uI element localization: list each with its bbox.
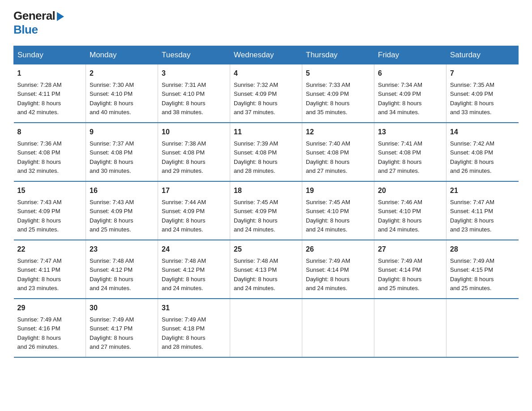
- day-info: Sunrise: 7:28 AMSunset: 4:11 PMDaylight:…: [17, 81, 62, 116]
- day-cell: 21Sunrise: 7:47 AMSunset: 4:11 PMDayligh…: [446, 181, 519, 240]
- col-header-thursday: Thursday: [302, 46, 374, 64]
- day-cell: 20Sunrise: 7:46 AMSunset: 4:10 PMDayligh…: [374, 181, 446, 240]
- day-info: Sunrise: 7:48 AMSunset: 4:13 PMDaylight:…: [234, 257, 278, 291]
- day-cell: 13Sunrise: 7:41 AMSunset: 4:08 PMDayligh…: [374, 123, 446, 181]
- day-info: Sunrise: 7:41 AMSunset: 4:08 PMDaylight:…: [378, 140, 422, 174]
- day-cell: 6Sunrise: 7:34 AMSunset: 4:09 PMDaylight…: [374, 64, 446, 123]
- day-info: Sunrise: 7:48 AMSunset: 4:12 PMDaylight:…: [90, 257, 134, 291]
- day-number: 29: [17, 303, 82, 313]
- day-cell: [230, 299, 302, 357]
- week-row-4: 22Sunrise: 7:47 AMSunset: 4:11 PMDayligh…: [14, 240, 519, 299]
- week-row-1: 1Sunrise: 7:28 AMSunset: 4:11 PMDaylight…: [14, 64, 519, 123]
- day-info: Sunrise: 7:42 AMSunset: 4:08 PMDaylight:…: [450, 140, 494, 174]
- day-cell: 19Sunrise: 7:45 AMSunset: 4:10 PMDayligh…: [302, 181, 374, 240]
- day-number: 3: [162, 68, 226, 79]
- day-info: Sunrise: 7:49 AMSunset: 4:14 PMDaylight:…: [306, 257, 350, 291]
- day-number: 14: [450, 127, 515, 137]
- day-info: Sunrise: 7:49 AMSunset: 4:16 PMDaylight:…: [17, 316, 62, 350]
- day-number: 31: [162, 303, 226, 313]
- logo-blue: Blue: [13, 23, 38, 37]
- day-info: Sunrise: 7:44 AMSunset: 4:09 PMDaylight:…: [162, 199, 206, 233]
- day-number: 8: [17, 127, 82, 137]
- day-cell: 10Sunrise: 7:38 AMSunset: 4:08 PMDayligh…: [158, 123, 230, 181]
- day-info: Sunrise: 7:43 AMSunset: 4:09 PMDaylight:…: [17, 199, 62, 233]
- day-cell: [446, 299, 519, 357]
- day-number: 22: [17, 244, 82, 255]
- day-cell: 25Sunrise: 7:48 AMSunset: 4:13 PMDayligh…: [230, 240, 302, 299]
- day-number: 21: [450, 185, 515, 196]
- day-number: 5: [306, 68, 370, 79]
- day-info: Sunrise: 7:35 AMSunset: 4:09 PMDaylight:…: [450, 81, 494, 116]
- day-cell: 23Sunrise: 7:48 AMSunset: 4:12 PMDayligh…: [86, 240, 158, 299]
- col-header-monday: Monday: [86, 46, 158, 64]
- day-cell: 8Sunrise: 7:36 AMSunset: 4:08 PMDaylight…: [14, 123, 86, 181]
- day-number: 25: [234, 244, 298, 255]
- day-number: 11: [234, 127, 298, 137]
- day-cell: 2Sunrise: 7:30 AMSunset: 4:10 PMDaylight…: [86, 64, 158, 123]
- day-cell: 15Sunrise: 7:43 AMSunset: 4:09 PMDayligh…: [14, 181, 86, 240]
- week-row-2: 8Sunrise: 7:36 AMSunset: 4:08 PMDaylight…: [14, 123, 519, 181]
- day-cell: 4Sunrise: 7:32 AMSunset: 4:09 PMDaylight…: [230, 64, 302, 123]
- day-info: Sunrise: 7:45 AMSunset: 4:09 PMDaylight:…: [234, 199, 278, 233]
- day-cell: 14Sunrise: 7:42 AMSunset: 4:08 PMDayligh…: [446, 123, 519, 181]
- day-cell: 30Sunrise: 7:49 AMSunset: 4:17 PMDayligh…: [86, 299, 158, 357]
- day-number: 18: [234, 185, 298, 196]
- day-number: 4: [234, 68, 298, 79]
- day-info: Sunrise: 7:39 AMSunset: 4:08 PMDaylight:…: [234, 140, 278, 174]
- day-number: 13: [378, 127, 442, 137]
- col-header-friday: Friday: [374, 46, 446, 64]
- day-info: Sunrise: 7:30 AMSunset: 4:10 PMDaylight:…: [90, 81, 134, 116]
- day-number: 1: [17, 68, 82, 79]
- week-row-3: 15Sunrise: 7:43 AMSunset: 4:09 PMDayligh…: [14, 181, 519, 240]
- day-info: Sunrise: 7:48 AMSunset: 4:12 PMDaylight:…: [162, 257, 206, 291]
- day-cell: 24Sunrise: 7:48 AMSunset: 4:12 PMDayligh…: [158, 240, 230, 299]
- day-cell: 17Sunrise: 7:44 AMSunset: 4:09 PMDayligh…: [158, 181, 230, 240]
- day-number: 16: [90, 185, 154, 196]
- day-number: 9: [90, 127, 154, 137]
- week-row-5: 29Sunrise: 7:49 AMSunset: 4:16 PMDayligh…: [14, 299, 519, 357]
- day-cell: 27Sunrise: 7:49 AMSunset: 4:14 PMDayligh…: [374, 240, 446, 299]
- day-number: 2: [90, 68, 154, 79]
- day-cell: [374, 299, 446, 357]
- day-number: 6: [378, 68, 442, 79]
- col-header-sunday: Sunday: [14, 46, 86, 64]
- logo-general: General: [13, 9, 64, 23]
- day-number: 30: [90, 303, 154, 313]
- day-cell: 1Sunrise: 7:28 AMSunset: 4:11 PMDaylight…: [14, 64, 86, 123]
- day-number: 26: [306, 244, 370, 255]
- day-cell: 22Sunrise: 7:47 AMSunset: 4:11 PMDayligh…: [14, 240, 86, 299]
- logo: General Blue: [13, 9, 64, 37]
- day-number: 17: [162, 185, 226, 196]
- col-header-wednesday: Wednesday: [230, 46, 302, 64]
- day-number: 12: [306, 127, 370, 137]
- page-header: General Blue: [13, 9, 519, 37]
- calendar-table: SundayMondayTuesdayWednesdayThursdayFrid…: [13, 46, 519, 358]
- day-number: 28: [450, 244, 515, 255]
- day-cell: 5Sunrise: 7:33 AMSunset: 4:09 PMDaylight…: [302, 64, 374, 123]
- day-cell: 12Sunrise: 7:40 AMSunset: 4:08 PMDayligh…: [302, 123, 374, 181]
- day-info: Sunrise: 7:34 AMSunset: 4:09 PMDaylight:…: [378, 81, 422, 116]
- calendar-header-row: SundayMondayTuesdayWednesdayThursdayFrid…: [14, 46, 519, 64]
- day-number: 20: [378, 185, 442, 196]
- day-info: Sunrise: 7:49 AMSunset: 4:18 PMDaylight:…: [162, 316, 206, 350]
- day-cell: 28Sunrise: 7:49 AMSunset: 4:15 PMDayligh…: [446, 240, 519, 299]
- day-number: 27: [378, 244, 442, 255]
- day-cell: 29Sunrise: 7:49 AMSunset: 4:16 PMDayligh…: [14, 299, 86, 357]
- day-number: 23: [90, 244, 154, 255]
- day-info: Sunrise: 7:45 AMSunset: 4:10 PMDaylight:…: [306, 199, 350, 233]
- day-info: Sunrise: 7:47 AMSunset: 4:11 PMDaylight:…: [17, 257, 62, 291]
- day-info: Sunrise: 7:31 AMSunset: 4:10 PMDaylight:…: [162, 81, 206, 116]
- day-number: 15: [17, 185, 82, 196]
- day-number: 7: [450, 68, 515, 79]
- day-number: 24: [162, 244, 226, 255]
- day-info: Sunrise: 7:49 AMSunset: 4:17 PMDaylight:…: [90, 316, 134, 350]
- day-info: Sunrise: 7:49 AMSunset: 4:15 PMDaylight:…: [450, 257, 494, 291]
- day-info: Sunrise: 7:47 AMSunset: 4:11 PMDaylight:…: [450, 199, 494, 233]
- day-info: Sunrise: 7:33 AMSunset: 4:09 PMDaylight:…: [306, 81, 350, 116]
- day-info: Sunrise: 7:43 AMSunset: 4:09 PMDaylight:…: [90, 199, 134, 233]
- day-info: Sunrise: 7:46 AMSunset: 4:10 PMDaylight:…: [378, 199, 422, 233]
- day-cell: 16Sunrise: 7:43 AMSunset: 4:09 PMDayligh…: [86, 181, 158, 240]
- day-info: Sunrise: 7:37 AMSunset: 4:08 PMDaylight:…: [90, 140, 134, 174]
- day-number: 10: [162, 127, 226, 137]
- day-info: Sunrise: 7:40 AMSunset: 4:08 PMDaylight:…: [306, 140, 350, 174]
